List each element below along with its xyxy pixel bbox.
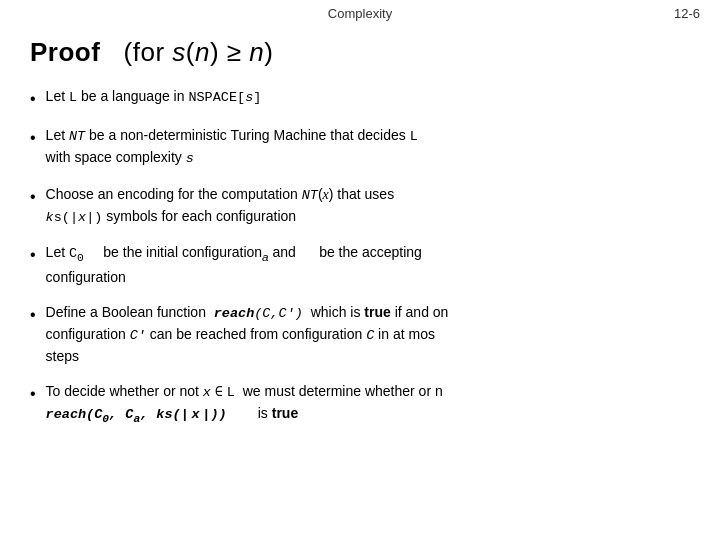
proof-title: Proof (for s(n) ≥ n)	[30, 37, 690, 68]
bullet-symbol: •	[30, 303, 36, 327]
list-item: • To decide whether or not x ∈ L we must…	[30, 381, 690, 428]
list-item: • Let NT be a non-deterministic Turing M…	[30, 125, 690, 170]
main-content: Proof (for s(n) ≥ n) • Let L be a langua…	[0, 27, 720, 452]
bullet-content-1: Let L be a language in NSPACE[s]	[46, 86, 262, 108]
list-item: • Let C0 be the initial configurationa a…	[30, 242, 690, 288]
list-item: • Let L be a language in NSPACE[s]	[30, 86, 690, 111]
bullet-content-5: Define a Boolean function reach(C,C′) wh…	[46, 302, 449, 368]
bullet-list: • Let L be a language in NSPACE[s] • Let…	[30, 86, 690, 428]
bullet-content-3: Choose an encoding for the computation N…	[46, 184, 395, 229]
bullet-content-2: Let NT be a non-deterministic Turing Mac…	[46, 125, 418, 170]
bullet-symbol: •	[30, 185, 36, 209]
bullet-content-4: Let C0 be the initial configurationa and…	[46, 242, 422, 288]
bullet-symbol: •	[30, 126, 36, 150]
bullet-content-6: To decide whether or not x ∈ L we must d…	[46, 381, 443, 428]
header: Complexity 12-6	[0, 0, 720, 27]
proof-condition: (for s(n) ≥ n)	[124, 37, 274, 67]
list-item: • Choose an encoding for the computation…	[30, 184, 690, 229]
list-item: • Define a Boolean function reach(C,C′) …	[30, 302, 690, 368]
header-title: Complexity	[328, 6, 392, 21]
page-number: 12-6	[674, 6, 700, 21]
bullet-symbol: •	[30, 87, 36, 111]
bullet-symbol: •	[30, 382, 36, 406]
bullet-symbol: •	[30, 243, 36, 267]
proof-word: Proof	[30, 37, 100, 67]
